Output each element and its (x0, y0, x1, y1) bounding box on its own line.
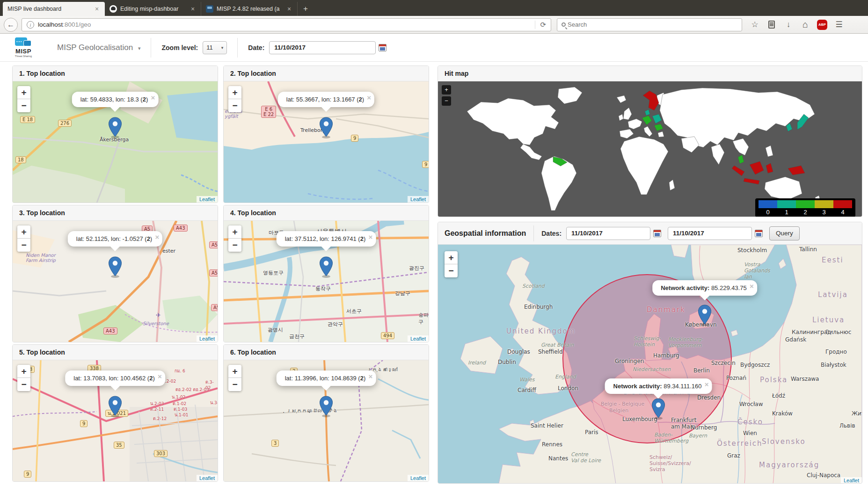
country-poland-teal (652, 114, 662, 124)
leaflet-attribution[interactable]: Leaflet (841, 477, 862, 484)
downloads-icon[interactable]: ↓ (782, 19, 795, 31)
calendar-icon[interactable] (379, 44, 387, 51)
query-button[interactable]: Query (769, 226, 800, 240)
info-icon[interactable]: i (27, 21, 34, 29)
calendar-icon[interactable] (755, 230, 763, 237)
zoom-in-button[interactable]: + (228, 365, 241, 378)
leaflet-attribution[interactable]: Leaflet (197, 196, 218, 203)
abp-badge: ABP (817, 20, 827, 30)
popup-close-icon[interactable]: × (158, 372, 162, 380)
chevron-down-icon: ▾ (138, 45, 141, 51)
popup-close-icon[interactable]: × (155, 233, 159, 241)
zoom-in-button[interactable]: + (228, 225, 241, 239)
zoom-in-button[interactable]: + (228, 86, 241, 99)
date-to-input[interactable] (668, 227, 752, 240)
zoom-out-button[interactable]: − (228, 378, 241, 391)
bookmark-star-icon[interactable]: ☆ (749, 19, 761, 31)
map-label: Latvija (818, 291, 848, 299)
map-marker-icon[interactable] (108, 396, 122, 417)
misp-logo[interactable]: MISP Threat Sharing (11, 37, 36, 58)
zoom-in-button[interactable]: + (17, 225, 30, 239)
leaflet-map[interactable]: + − × lat: 55.3667, lon: 13.1667 (2) Lea… (224, 81, 429, 203)
zoom-in-button[interactable]: + (445, 251, 458, 264)
map-label: Frankfurt am Main (671, 417, 696, 430)
hit-map-title: Hit map (438, 66, 862, 81)
map-marker-icon[interactable] (108, 256, 122, 278)
tab-close-icon[interactable]: × (94, 5, 100, 13)
reading-list-icon[interactable] (766, 19, 778, 31)
map-zoom-control: + − (17, 225, 30, 252)
date-input[interactable] (269, 41, 376, 54)
map-marker-icon[interactable] (108, 117, 122, 138)
map-label: Жито (852, 410, 862, 417)
map-label: Cluj-Napoca (807, 472, 840, 479)
zoom-out-button[interactable]: − (17, 99, 30, 112)
map-label: Österreich (717, 439, 763, 448)
adblock-icon[interactable]: ABP (816, 19, 828, 31)
hit-map[interactable]: + − (438, 81, 862, 217)
popup-close-icon[interactable]: × (750, 282, 754, 290)
zoom-out-button[interactable]: − (17, 239, 30, 252)
zoom-out-button[interactable]: − (442, 96, 451, 106)
search-input[interactable] (568, 21, 742, 28)
back-button[interactable]: ← (4, 18, 18, 32)
map-label: Dresden (697, 394, 721, 401)
tab-misp-released[interactable]: MISP 2.4.82 released (a × (201, 2, 298, 16)
leaflet-attribution[interactable]: Leaflet (197, 475, 218, 481)
reload-icon[interactable]: ⟳ (535, 21, 551, 29)
legend-item: 2 (796, 200, 815, 216)
leaflet-map[interactable]: + − × lat: 37.5112, lon: 126.9741 (2) Le… (224, 221, 429, 342)
tab-editing-misp-dashboard[interactable]: Editing misp-dashboar × (105, 2, 201, 16)
tab-close-icon[interactable]: × (286, 5, 292, 13)
map-label: Edinburgh (524, 304, 553, 310)
geospatial-map[interactable]: + − StockholmTallinnEestiVostra Gotaland… (438, 245, 862, 484)
leaflet-attribution[interactable]: Leaflet (408, 475, 429, 481)
map-label: Niedersachsen (633, 366, 671, 372)
popup-ip: 85.229.43.75 (711, 284, 747, 291)
zoom-level-label: Zoom level: (161, 44, 198, 51)
zoom-level-select[interactable]: 11 ▾ (203, 41, 227, 54)
map-label: Scotland (522, 283, 545, 289)
popup-close-icon[interactable]: × (151, 94, 155, 102)
leaflet-attribution[interactable]: Leaflet (197, 335, 218, 342)
network-activity-popup: × Network activity: 85.229.43.75 (652, 280, 757, 296)
zoom-in-button[interactable]: + (17, 365, 30, 378)
zoom-out-button[interactable]: − (445, 264, 458, 277)
menu-icon[interactable]: ☰ (833, 19, 845, 31)
location-popup: × lat: 13.7083, lon: 100.4562 (2) (65, 370, 165, 386)
map-label: Ireland (468, 360, 486, 366)
popup-close-icon[interactable]: × (367, 94, 371, 102)
popup-close-icon[interactable]: × (369, 372, 373, 380)
map-zoom-control: + − (17, 86, 30, 112)
zoom-in-button[interactable]: + (17, 86, 30, 99)
zoom-out-button[interactable]: − (228, 99, 241, 112)
leaflet-map[interactable]: + − × lat: 59.4833, lon: 18.3 (2) Leafle… (13, 81, 218, 203)
leaflet-attribution[interactable]: Leaflet (408, 335, 429, 342)
popup-close-icon[interactable]: × (369, 233, 373, 241)
page-title-dropdown[interactable]: MISP Geolocalisation ▾ (57, 43, 140, 52)
map-marker-icon[interactable] (651, 398, 665, 420)
leaflet-map[interactable]: + − × lat: 13.7083, lon: 100.4562 (2) Le… (13, 360, 218, 481)
map-marker-icon[interactable] (319, 256, 333, 278)
misp-logo-text: MISP (11, 48, 36, 55)
map-marker-icon[interactable] (319, 117, 333, 138)
leaflet-map[interactable]: + − × lat: 11.3996, lon: 104.8639 (2) Le… (224, 360, 429, 481)
zoom-in-button[interactable]: + (442, 85, 451, 94)
zoom-out-button[interactable]: − (228, 239, 241, 252)
map-marker-icon[interactable] (698, 305, 712, 326)
date-from-input[interactable] (566, 227, 650, 240)
new-tab-button[interactable]: + (298, 2, 314, 16)
map-marker-icon[interactable] (319, 396, 333, 417)
leaflet-map[interactable]: + − × lat: 52.1125, lon: -1.0527 (2) Lea… (13, 221, 218, 342)
popup-close-icon[interactable]: × (705, 380, 709, 388)
home-icon[interactable]: ⌂ (799, 19, 811, 31)
tab-misp-live-dashboard[interactable]: MISP live dashboard × (3, 2, 105, 16)
search-box[interactable] (557, 18, 742, 31)
map-zoom-control: + − (228, 86, 241, 112)
zoom-out-button[interactable]: − (17, 378, 30, 391)
leaflet-attribution[interactable]: Leaflet (408, 196, 429, 203)
url-bar[interactable]: i localhost:8001/geo ⟳ (22, 18, 551, 31)
map-label: Hamburg (653, 352, 679, 359)
calendar-icon[interactable] (653, 230, 661, 237)
tab-close-icon[interactable]: × (190, 5, 196, 13)
